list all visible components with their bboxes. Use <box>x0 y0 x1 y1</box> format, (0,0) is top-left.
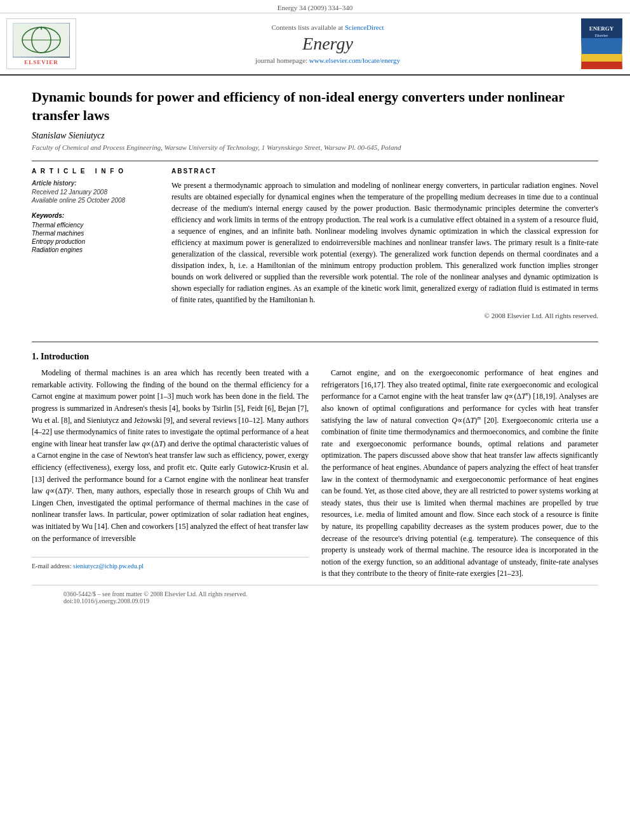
author-line: Stanislaw Sieniutycz <box>32 131 598 141</box>
sciencedirect-notice: Contents lists available at ScienceDirec… <box>271 23 384 31</box>
doi-line: doi:10.1016/j.energy.2008.09.019 <box>64 597 566 604</box>
keyword-3: Entropy production <box>32 238 159 245</box>
journal-title-display: Energy <box>302 34 353 54</box>
abstract-text: We present a thermodynamic approach to s… <box>171 180 598 305</box>
divider-1 <box>32 161 598 161</box>
body-column-right: Carnot engine, and on the exergoeconomic… <box>321 367 598 585</box>
intro-para-2: Carnot engine, and on the exergoeconomic… <box>321 367 598 580</box>
paper-title: Dynamic bounds for power and efficiency … <box>32 88 598 124</box>
svg-text:Elsevier: Elsevier <box>594 34 608 37</box>
elsevier-graphic: ⚕ <box>13 23 70 58</box>
sciencedirect-link[interactable]: ScienceDirect <box>345 23 384 31</box>
affiliation-line: Faculty of Chemical and Process Engineer… <box>32 143 598 151</box>
svg-rect-6 <box>582 38 622 54</box>
history-label: Article history: <box>32 180 159 187</box>
journal-center-info: Contents lists available at ScienceDirec… <box>83 18 573 69</box>
copyright-line: © 2008 Elsevier Ltd. All rights reserved… <box>171 312 598 319</box>
article-info-header: A R T I C L E I N F O <box>32 168 159 175</box>
article-meta-abstract: A R T I C L E I N F O Article history: R… <box>32 168 598 319</box>
received-date: Received 12 January 2008 <box>32 189 159 196</box>
available-date: Available online 25 October 2008 <box>32 197 159 204</box>
body-two-columns: Modeling of thermal machines is an area … <box>32 367 598 585</box>
svg-text:⚕: ⚕ <box>40 26 43 31</box>
article-info-section: A R T I C L E I N F O Article history: R… <box>32 168 159 319</box>
journal-header: ⚕ ELSEVIER Contents lists available at S… <box>0 13 630 76</box>
elsevier-logo-container: ⚕ ELSEVIER <box>6 18 76 69</box>
email-link[interactable]: sieniutycz@ichip.pw.edu.pl <box>73 563 144 570</box>
journal-cover-image: ENERGY Elsevier <box>581 18 622 69</box>
keywords-label: Keywords: <box>32 212 64 219</box>
abstract-block: ABSTRACT We present a thermodynamic appr… <box>171 168 598 319</box>
issn-line: 0360-5442/$ – see front matter © 2008 El… <box>64 590 566 597</box>
email-label: E-mail address: <box>32 563 71 570</box>
article-history-block: Article history: Received 12 January 200… <box>32 180 159 204</box>
paper-content: Dynamic bounds for power and efficiency … <box>0 76 630 332</box>
keyword-4: Radiation engines <box>32 246 159 253</box>
svg-rect-8 <box>582 62 622 69</box>
bottom-info: 0360-5442/$ – see front matter © 2008 El… <box>32 585 598 610</box>
divider-2 <box>32 342 598 342</box>
body-column-left: Modeling of thermal machines is an area … <box>32 367 309 585</box>
svg-text:ENERGY: ENERGY <box>589 25 613 32</box>
journal-reference-bar: Energy 34 (2009) 334–340 <box>0 0 630 13</box>
main-body: 1. Introduction Modeling of thermal mach… <box>0 332 630 622</box>
svg-rect-7 <box>582 54 622 62</box>
introduction-title: 1. Introduction <box>32 352 598 362</box>
intro-number: 1. <box>32 352 39 361</box>
intro-label: Introduction <box>41 352 89 361</box>
elsevier-brand-text: ELSEVIER <box>24 59 58 65</box>
keyword-1: Thermal efficiency <box>32 222 159 229</box>
homepage-link[interactable]: www.elsevier.com/locate/energy <box>309 57 400 64</box>
homepage-notice: journal homepage: www.elsevier.com/locat… <box>255 57 400 64</box>
abstract-header: ABSTRACT <box>171 168 598 175</box>
keyword-2: Thermal machines <box>32 230 159 237</box>
intro-para-1: Modeling of thermal machines is an area … <box>32 367 309 544</box>
keywords-block: Keywords: Thermal efficiency Thermal mac… <box>32 210 159 253</box>
journal-ref: Energy 34 (2009) 334–340 <box>278 4 353 11</box>
footnote-area: E-mail address: sieniutycz@ichip.pw.edu.… <box>32 557 309 571</box>
journal-thumbnail: ENERGY Elsevier <box>579 18 624 69</box>
